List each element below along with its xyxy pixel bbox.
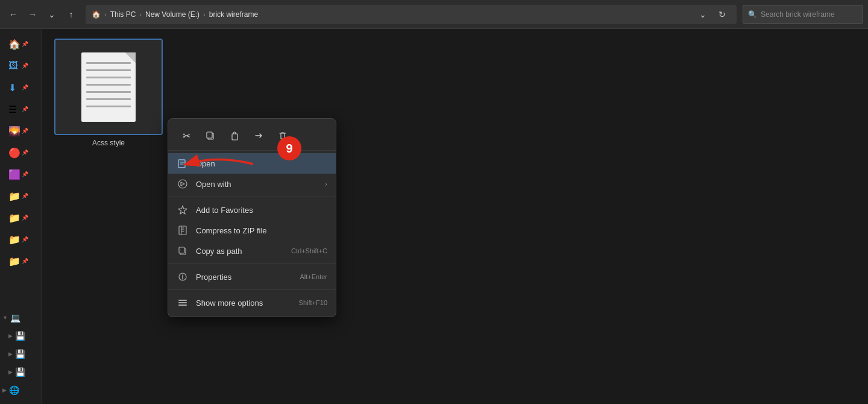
sidebar-item-folder3[interactable]: 📁 📌	[5, 230, 37, 249]
pin-icon: 📌	[22, 193, 28, 199]
doc-line-5	[86, 91, 131, 93]
divider-1	[168, 197, 336, 197]
photos-icon: 🌄	[8, 125, 19, 136]
tree-item-nv1[interactable]: ▶ 💾	[0, 345, 42, 363]
paste-button[interactable]	[224, 126, 245, 145]
file-item[interactable]: Acss style	[54, 39, 163, 147]
svg-rect-5	[179, 226, 186, 235]
chevron-right-icon: ▶	[2, 387, 7, 393]
copy-path-label: Copy as path	[196, 247, 284, 256]
pin-icon: 📌	[22, 128, 28, 134]
properties-icon	[177, 271, 189, 283]
folder3-icon: 📁	[8, 234, 19, 245]
properties-shortcut: Alt+Enter	[300, 273, 327, 280]
chevron-down-icon: ▼	[2, 315, 8, 321]
main-layout: 🏠 📌 🖼 📌 ⬇ 📌 ☰ 📌 🌄 📌 🔴 📌 🟪 📌 📁	[0, 29, 868, 404]
doc-line-7	[86, 106, 131, 107]
copy-path-icon	[177, 245, 189, 257]
share-button[interactable]	[248, 126, 269, 145]
sidebar-item-home[interactable]: 🏠 📌	[5, 34, 37, 54]
cut-button[interactable]: ✂	[175, 126, 197, 145]
pin-icon: 📌	[22, 84, 28, 90]
list-icon: ☰	[8, 104, 19, 115]
circle-icon: 🔴	[8, 147, 19, 158]
delete-button[interactable]	[272, 126, 294, 145]
open-with-label: Open with	[196, 180, 318, 189]
svg-rect-2	[232, 134, 237, 140]
brick-icon: 📁	[8, 256, 19, 267]
dropdown-button[interactable]: ⌄	[694, 6, 711, 23]
pin-icon: 📌	[22, 150, 28, 156]
back-button[interactable]: ←	[5, 6, 22, 23]
divider-2	[168, 264, 336, 264]
svg-rect-10	[178, 302, 187, 303]
pin-icon: 📌	[22, 106, 28, 112]
pin-icon: 📌	[22, 215, 28, 221]
purple-icon: 🟪	[8, 169, 19, 180]
sidebar-item-photos[interactable]: 🌄 📌	[5, 121, 37, 140]
pin-icon: 📌	[22, 63, 28, 69]
doc-line-4	[86, 84, 131, 86]
compress-zip-label: Compress to ZIP file	[196, 226, 327, 235]
refresh-button[interactable]: ↻	[714, 6, 731, 23]
context-menu-item-compress-zip[interactable]: Compress to ZIP file	[168, 220, 336, 241]
tree-item-os[interactable]: ▶ 💾	[0, 327, 42, 345]
forward-button[interactable]: →	[24, 6, 41, 23]
svg-rect-1	[207, 132, 212, 138]
svg-rect-11	[178, 305, 187, 306]
up-button[interactable]: ↑	[63, 6, 80, 23]
tree-item-nv2[interactable]: ▶ 💾	[0, 363, 42, 381]
zip-icon	[177, 224, 189, 236]
copy-button[interactable]	[200, 126, 221, 145]
doc-line-1	[86, 62, 131, 64]
sidebar: 🏠 📌 🖼 📌 ⬇ 📌 ☰ 📌 🌄 📌 🔴 📌 🟪 📌 📁	[0, 29, 42, 404]
sidebar-item-folder1[interactable]: 📁 📌	[5, 186, 37, 206]
folder2-icon: 📁	[8, 212, 19, 223]
drive-icon: 💾	[15, 331, 25, 341]
tree-item-thispc[interactable]: ▼ 💻	[0, 309, 42, 327]
open-label: Open	[196, 159, 327, 168]
svg-point-4	[178, 180, 187, 188]
svg-rect-9	[178, 300, 187, 301]
context-menu-item-copy-path[interactable]: Copy as path Ctrl+Shift+C	[168, 241, 336, 261]
add-favorites-label: Add to Favorites	[196, 206, 327, 215]
context-menu: ✂	[168, 118, 336, 317]
recent-button[interactable]: ⌄	[43, 6, 60, 23]
context-menu-item-add-favorites[interactable]: Add to Favorites	[168, 200, 336, 220]
context-menu-item-open-with[interactable]: Open with ›	[168, 174, 336, 194]
show-more-label: Show more options	[196, 298, 292, 308]
context-menu-item-open[interactable]: Open	[168, 153, 336, 174]
search-box[interactable]: 🔍 Search brick wireframe	[743, 5, 863, 24]
chevron-right-icon: ▶	[8, 333, 13, 339]
pin-icon: 📌	[22, 258, 28, 264]
address-bar[interactable]: 🏠 › This PC › New Volume (E:) › brick wi…	[86, 5, 737, 24]
sidebar-item-download[interactable]: ⬇ 📌	[5, 78, 37, 97]
properties-label: Properties	[196, 273, 292, 282]
copy-path-shortcut: Ctrl+Shift+C	[291, 247, 327, 254]
breadcrumb-volume: New Volume (E:)	[145, 10, 200, 19]
star-icon	[177, 204, 189, 216]
show-more-shortcut: Shift+F10	[299, 299, 327, 306]
pin-icon: 📌	[22, 236, 28, 242]
breadcrumb-folder: brick wireframe	[209, 10, 258, 19]
breadcrumb-home: 🏠	[92, 10, 101, 19]
chevron-right-icon: ▶	[8, 369, 13, 375]
sidebar-item-gallery[interactable]: 🖼 📌	[5, 56, 37, 75]
search-placeholder: Search brick wireframe	[761, 10, 835, 19]
sidebar-item-list[interactable]: ☰ 📌	[5, 99, 37, 119]
doc-line-3	[86, 77, 131, 78]
pin-icon: 📌	[22, 171, 28, 177]
context-menu-item-properties[interactable]: Properties Alt+Enter	[168, 267, 336, 287]
open-icon	[177, 157, 189, 169]
home-icon: 🏠	[8, 39, 19, 49]
arrow-icon: ›	[325, 180, 327, 188]
chevron-right-icon: ▶	[8, 351, 13, 357]
sidebar-item-circle[interactable]: 🔴 📌	[5, 143, 37, 162]
more-options-icon	[177, 297, 189, 309]
computer-icon: 💻	[10, 313, 20, 323]
sidebar-item-folder2[interactable]: 📁 📌	[5, 208, 37, 227]
tree-item-network[interactable]: ▶ 🌐	[0, 381, 42, 399]
sidebar-item-brick[interactable]: 📁 📌	[5, 251, 37, 271]
context-menu-item-show-more[interactable]: Show more options Shift+F10	[168, 292, 336, 313]
sidebar-item-purple[interactable]: 🟪 📌	[5, 165, 37, 184]
